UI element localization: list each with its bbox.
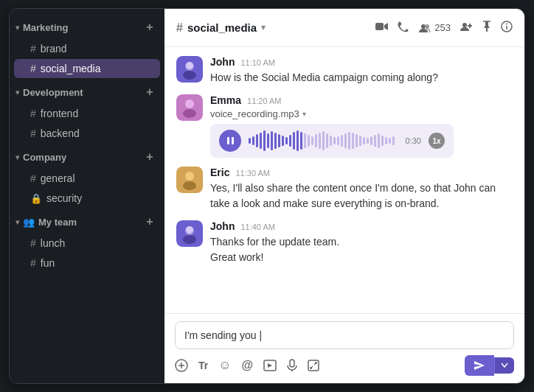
voice-file-label[interactable]: voice_recording.mp3 ▾ [210, 108, 513, 119]
format-text-button[interactable]: Tr [198, 360, 208, 371]
wave-bar [356, 134, 358, 147]
info-icon[interactable] [501, 21, 513, 35]
svg-point-10 [506, 23, 507, 24]
sidebar-item-backend-label: backend [41, 127, 80, 139]
avatar-eric [176, 167, 203, 193]
send-dropdown-button[interactable] [494, 357, 514, 374]
media-button[interactable] [263, 360, 277, 371]
add-attachment-button[interactable] [175, 359, 188, 372]
header-hash-icon: # [176, 21, 183, 35]
wave-bar [315, 134, 317, 147]
sidebar-item-frontend[interactable]: # frontend [14, 104, 160, 123]
svg-marker-29 [268, 363, 272, 368]
svg-rect-0 [375, 23, 384, 30]
avatar-emma [176, 94, 203, 121]
wave-bar [256, 134, 258, 147]
wave-bar [337, 136, 339, 145]
sidebar: ▾ Marketing + # brand # social_media ▾ D… [10, 9, 164, 383]
chevron-icon: ▾ [15, 153, 19, 161]
message-4-author: John [210, 220, 235, 232]
svg-point-16 [185, 99, 194, 108]
hash-icon: # [30, 127, 36, 139]
sidebar-section-company: ▾ Company + # general 🔒 security [10, 146, 164, 208]
emoji-button[interactable]: ☺ [218, 358, 231, 373]
hash-icon: # [30, 108, 36, 119]
chat-header: # social_media ▾ 253 [164, 9, 524, 47]
chevron-icon: ▾ [15, 88, 19, 97]
pin-icon[interactable] [482, 21, 492, 35]
wave-bar [304, 133, 306, 148]
sidebar-item-general[interactable]: # general [14, 169, 160, 188]
message-2: Emma 11:20 AM voice_recording.mp3 ▾ 0:3 [176, 94, 513, 158]
message-1: John 11:10 AM How is the Social Media ca… [176, 56, 513, 85]
message-2-time: 11:20 AM [247, 97, 281, 105]
channel-name-title: social_media [187, 21, 257, 34]
toolbar-left: Tr ☺ @ [175, 358, 319, 373]
svg-point-3 [462, 23, 467, 27]
sidebar-group-myteam-label: My team [38, 217, 77, 228]
sidebar-group-myteam[interactable]: ▾ 👥 My team + [10, 211, 164, 233]
pause-button[interactable] [219, 130, 241, 152]
message-3: Eric 11:30 AM Yes, I'll also share the c… [176, 167, 513, 211]
wave-bar [341, 135, 343, 147]
add-channel-myteam-button[interactable]: + [142, 214, 157, 229]
add-channel-marketing-button[interactable]: + [142, 20, 157, 35]
sidebar-item-security[interactable]: 🔒 security [14, 189, 160, 208]
phone-icon[interactable] [398, 21, 409, 35]
message-1-text: How is the Social Media campaign coming … [210, 70, 513, 85]
wave-bar [297, 130, 299, 151]
expand-button[interactable] [308, 360, 319, 371]
svg-point-2 [425, 24, 429, 29]
wave-bar [249, 138, 251, 144]
add-member-icon[interactable] [460, 21, 473, 35]
wave-bar [274, 133, 277, 149]
channel-chevron-icon[interactable]: ▾ [261, 23, 266, 32]
wave-bar [367, 138, 369, 144]
wave-bar [348, 132, 350, 150]
sidebar-section-myteam: ▾ 👥 My team + # lunch # fun [10, 211, 164, 273]
hash-icon: # [30, 237, 36, 249]
svg-point-13 [183, 71, 196, 80]
messages-area: John 11:10 AM How is the Social Media ca… [164, 47, 524, 313]
wave-bar [370, 136, 372, 145]
sidebar-item-lunch[interactable]: # lunch [14, 234, 160, 253]
lock-icon: 🔒 [30, 193, 42, 204]
video-icon[interactable] [375, 21, 389, 35]
wave-bar [289, 135, 291, 147]
hash-icon: # [30, 63, 36, 74]
speed-badge[interactable]: 1x [429, 133, 445, 149]
sidebar-item-frontend-label: frontend [41, 108, 78, 119]
wave-bar [311, 136, 313, 145]
sidebar-item-social-media-label: social_media [41, 63, 101, 74]
sidebar-item-social-media[interactable]: # social_media [14, 59, 160, 78]
wave-bar [344, 133, 347, 148]
sidebar-group-marketing[interactable]: ▾ Marketing + [10, 16, 164, 38]
sidebar-item-fun[interactable]: # fun [14, 253, 160, 273]
wave-bar [263, 130, 266, 151]
add-channel-development-button[interactable]: + [142, 85, 157, 99]
sidebar-item-brand[interactable]: # brand [14, 39, 160, 58]
message-4-text: Thanks for the update team.Great work! [210, 234, 513, 265]
svg-rect-32 [308, 360, 319, 371]
wave-bar [252, 136, 254, 145]
sidebar-group-development[interactable]: ▾ Development + [10, 81, 164, 103]
message-3-content: Eric 11:30 AM Yes, I'll also share the c… [210, 167, 513, 211]
wave-bar [267, 133, 269, 148]
wave-bar [260, 133, 262, 149]
chevron-icon: ▾ [15, 218, 19, 226]
mention-button[interactable]: @ [242, 359, 254, 372]
sidebar-item-security-label: security [46, 192, 82, 204]
sidebar-group-myteam-icon: 👥 [23, 217, 35, 228]
members-count[interactable]: 253 [418, 22, 451, 33]
sidebar-group-company[interactable]: ▾ Company + [10, 146, 164, 168]
wave-bar [271, 131, 273, 150]
toolbar-row: Tr ☺ @ [175, 355, 514, 376]
message-input[interactable] [176, 322, 513, 349]
send-button[interactable] [465, 355, 494, 376]
mic-button[interactable] [287, 359, 297, 372]
wave-bar [326, 133, 328, 148]
add-channel-company-button[interactable]: + [142, 150, 157, 164]
sidebar-item-backend[interactable]: # backend [14, 124, 160, 143]
message-1-time: 11:10 AM [240, 58, 274, 67]
svg-point-17 [183, 109, 196, 118]
